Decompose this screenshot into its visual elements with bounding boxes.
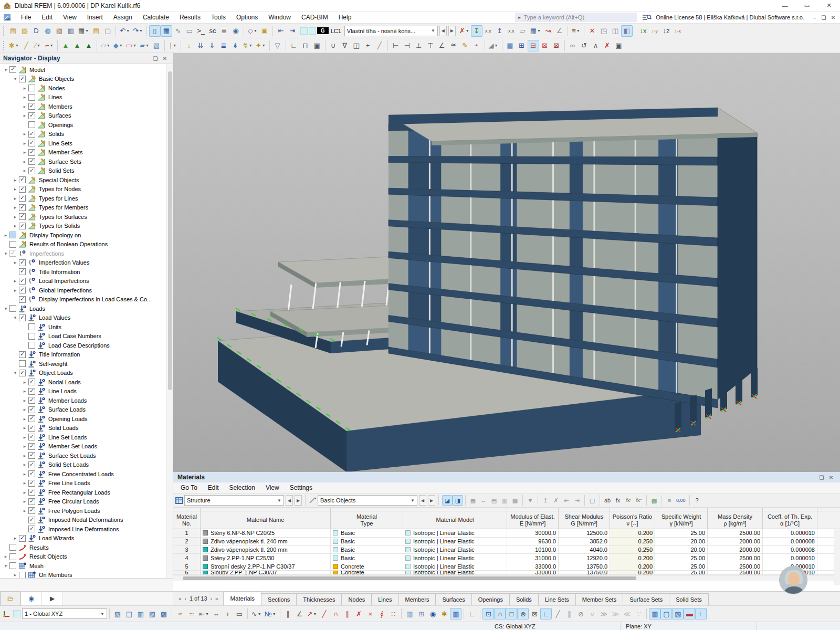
table-tab-lines[interactable]: Lines [371,593,398,605]
knife-tool-icon[interactable]: ◢▼ [487,40,500,51]
snap-square-icon[interactable]: □ [506,608,517,620]
tree-item-basic-objects[interactable]: ▾Basic Objects [0,75,173,84]
new-surface-load-icon[interactable]: ≣ [218,40,229,51]
result-relations-icon[interactable]: ↔ [478,495,489,506]
selection-grid-icon[interactable]: ▦ [649,608,660,620]
tree-item-types-for-solids[interactable]: ▸Types for Solids [0,222,173,231]
expander-icon[interactable]: ▸ [2,554,9,559]
tree-item-types-for-surfaces[interactable]: ▸Types for Surfaces [0,212,173,222]
table-help-icon[interactable]: ? [692,495,702,506]
tree-checkbox-lines[interactable] [28,94,35,101]
tree-checkbox-free-polygon-loads[interactable] [28,507,35,514]
column-header-material-model[interactable]: Material Model [403,511,507,529]
formula-fx-all-icon[interactable]: fx'' [634,495,644,506]
materials-menu-settings[interactable]: Settings [285,482,318,493]
guideline-angle-icon[interactable]: ∠ [294,608,306,620]
tree-item-imperfections[interactable]: ▾Imperfections [0,249,173,258]
tree-checkbox-global-imperfections[interactable] [19,287,26,293]
column-header--1-c-[interactable]: Coeff. of Th. Exp.α [1/°C] [763,511,817,529]
import-table-icon[interactable]: ▼ [525,495,536,506]
tree-item-free-line-loads[interactable]: ▸Free Line Loads [0,479,173,488]
clipping-line-icon[interactable]: ∟ [288,40,300,51]
tree-item-units[interactable]: Units [0,322,173,332]
menu-file[interactable]: File [16,12,36,23]
snap-hatch-2-icon[interactable]: ≫ [610,608,621,620]
first-table-button[interactable]: « [178,596,182,602]
tree-checkbox-units[interactable] [28,323,35,330]
menu-window[interactable]: Window [263,12,296,23]
mirror-view-icon[interactable]: ∇ [339,40,351,51]
filter-objects-icon[interactable]: ▽ [272,40,284,51]
formula-fx-edit-icon[interactable]: fx' [623,495,634,506]
tree-item-opening-loads[interactable]: ▸Opening Loads [0,414,173,424]
expander-icon[interactable]: ▸ [12,196,19,201]
mdi-restore-button[interactable]: ❏ [819,15,828,20]
table-tab-solid-sets[interactable]: Solid Sets [669,593,709,605]
snap-parallel-icon[interactable]: ∥ [563,608,575,620]
snap-circle-icon[interactable]: ⊘ [575,608,586,620]
expander-icon[interactable]: ▸ [12,223,19,228]
table-tab-surfaces[interactable]: Surfaces [435,593,471,605]
expander-icon[interactable]: ▸ [21,416,28,422]
mdi-close-button[interactable]: ✕ [828,15,838,20]
tree-item-free-rectangular-loads[interactable]: ▸Free Rectangular Loads [0,488,173,497]
new-free-load-icon[interactable]: ↡ [229,40,241,51]
load-values-xx-icon[interactable]: x.x [482,25,494,37]
tree-item-local-imperfections[interactable]: ▸Local Imperfections [0,277,173,286]
tree-checkbox-self-weight[interactable] [19,360,26,367]
menu-tools[interactable]: Tools [206,12,231,23]
mesh-settings-icon[interactable]: ⊞ [516,40,528,51]
move-row-up-icon[interactable]: ↥ [540,495,551,506]
previous-table-button[interactable]: ◀ [286,495,293,506]
snap-box-x-icon[interactable]: ⊠ [529,608,540,620]
snap-magnet-icon[interactable]: ∩ [494,608,506,620]
expander-icon[interactable]: ▾ [12,370,19,375]
tree-checkbox-imposed-nodal-deformations[interactable] [28,517,35,523]
expander-icon[interactable]: ▸ [12,214,19,219]
expander-icon[interactable]: ▸ [12,572,19,578]
expander-icon[interactable]: ▸ [21,462,28,467]
tree-checkbox-solid-loads[interactable] [28,425,35,432]
menu-options[interactable]: Options [231,12,263,23]
toolbar-grip[interactable] [3,26,5,36]
print-graphic-icon[interactable]: ▦▼ [77,25,90,37]
expander-icon[interactable]: ▸ [21,499,28,504]
tree-item-loads[interactable]: ▾Loads [0,304,173,313]
previous-load-case-button[interactable]: ◀ [439,26,447,36]
tree-checkbox-free-concentrated-loads[interactable] [28,470,35,477]
tree-checkbox-member-loads[interactable] [28,397,35,404]
tree-item-surfaces[interactable]: ▸Surfaces [0,111,173,121]
tree-item-surface-set-loads[interactable]: ▸Surface Set Loads [0,451,173,460]
last-table-button[interactable]: » [215,596,218,602]
copy-loads-icon[interactable]: ▱ [517,25,529,37]
sc-generator-icon[interactable]: sc [207,25,218,37]
grid-visibility-icon[interactable]: ◉ [427,608,438,620]
tree-checkbox-line-loads[interactable] [28,388,35,395]
expander-icon[interactable]: ▸ [12,288,19,293]
expander-icon[interactable]: ▸ [21,159,28,164]
selection-solid-icon[interactable]: ▧ [672,608,684,620]
tree-item-title-information[interactable]: Title Information [0,350,173,360]
expander-icon[interactable]: ▸ [21,380,28,385]
tree-item-member-loads[interactable]: ▸Member Loads [0,396,173,405]
material-row-5[interactable]: 5Stropní desky 2.PP-1.NP C30/37ConcreteI… [173,562,840,571]
column-header-material-name[interactable]: Material Name [201,511,331,529]
menu-view[interactable]: View [58,12,82,23]
search-list-icon[interactable] [642,14,652,21]
mirror-cs-icon[interactable]: ∧ [590,40,602,51]
tree-checkbox-results-of-boolean-operations[interactable] [9,241,16,248]
tree-item-free-polygon-loads[interactable]: ▸Free Polygon Loads [0,506,173,516]
tree-checkbox-free-circular-loads[interactable] [28,498,35,505]
display-navigator-tab[interactable]: ◉ [21,592,42,605]
expander-icon[interactable]: ▾ [2,67,9,72]
new-member-set-icon[interactable]: ▲ [71,40,83,51]
pin-vertex-icon[interactable]: • [471,40,482,51]
new-surface-icon[interactable]: ▱▼ [99,40,112,51]
expander-icon[interactable]: ▸ [21,407,28,412]
tree-checkbox-types-for-surfaces[interactable] [19,213,26,220]
new-solid-icon[interactable]: ▧ [151,40,162,51]
empty-cells-icon[interactable]: ▢ [587,495,597,506]
tree-item-member-set-loads[interactable]: ▸Member Set Loads [0,442,173,452]
tree-checkbox-imperfections[interactable] [9,250,16,257]
tree-item-imposed-line-deformations[interactable]: Imposed Line Deformations [0,524,173,534]
